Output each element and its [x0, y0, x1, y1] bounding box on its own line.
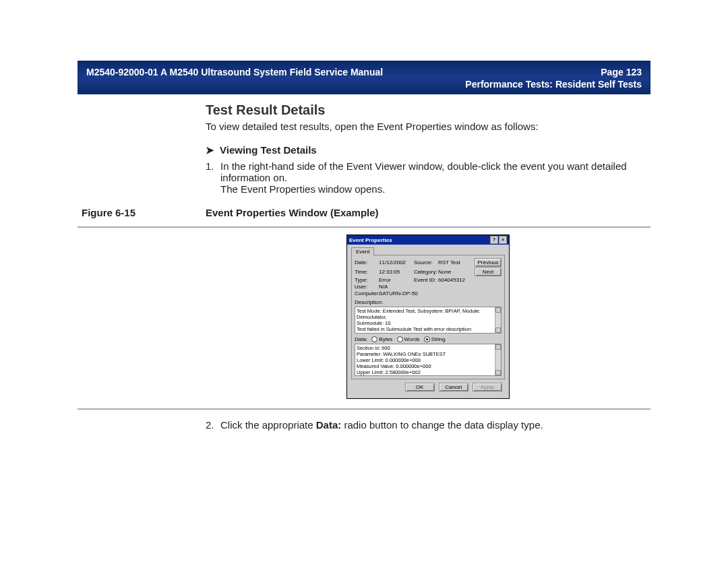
value-date: 11/12/2002: [379, 259, 413, 266]
step-2-text: Click the appropriate Data: radio button…: [220, 419, 650, 431]
window-titlebar: Event Properties ? ×: [347, 235, 509, 245]
apply-button[interactable]: Apply: [473, 383, 502, 392]
figure-label: Figure 6-15: [82, 207, 206, 218]
value-category: None: [438, 269, 473, 275]
value-computer: SATURN-DP-50: [379, 290, 473, 296]
radio-words[interactable]: [397, 336, 403, 342]
label-category: Category:: [414, 269, 437, 275]
value-eventid: 604045312: [438, 277, 473, 283]
value-user: N/A: [379, 284, 413, 290]
page-number: Page 123: [601, 67, 642, 77]
section-intro: To view detailed test results, open the …: [206, 121, 650, 132]
label-type: Type:: [355, 277, 377, 283]
step-1-text: In the right-hand side of the Event View…: [220, 160, 650, 183]
previous-button[interactable]: Previous: [475, 258, 502, 267]
label-time: Time:: [355, 269, 377, 275]
close-button[interactable]: ×: [499, 236, 507, 244]
next-button[interactable]: Next: [475, 268, 502, 276]
window-title: Event Properties: [349, 237, 392, 243]
radio-string[interactable]: [424, 336, 430, 342]
doc-id-title: M2540-92000-01 A M2540 Ultrasound System…: [86, 67, 383, 77]
data-textbox[interactable]: Section id: 900 Parameter: WALKING ONEs …: [355, 344, 502, 376]
arrow-icon: ➤: [206, 144, 214, 156]
breadcrumb: Performance Tests: Resident Self Tests: [86, 79, 642, 90]
step-1-result: The Event Properties window opens.: [220, 183, 650, 195]
label-user: User:: [355, 284, 377, 290]
event-properties-window: Event Properties ? × Event Date: 11/12/2…: [346, 235, 510, 399]
sub-heading: ➤Viewing Test Details: [206, 144, 650, 156]
section-title: Test Result Details: [206, 102, 650, 118]
tab-event[interactable]: Event: [351, 247, 374, 255]
value-source: RST Test: [438, 259, 473, 266]
step-1-number: 1.: [206, 160, 220, 183]
scrollbar[interactable]: [495, 344, 501, 375]
divider: [78, 408, 650, 410]
divider: [78, 226, 650, 228]
step-2-number: 2.: [206, 419, 220, 431]
ok-button[interactable]: OK: [405, 383, 435, 392]
label-description: Description:: [355, 299, 502, 305]
figure-title: Event Properties Window (Example): [206, 207, 379, 218]
label-eventid: Event ID:: [414, 277, 437, 283]
scrollbar[interactable]: [495, 307, 501, 333]
help-button[interactable]: ?: [490, 236, 498, 244]
doc-header: M2540-92000-01 A M2540 Ultrasound System…: [78, 61, 650, 94]
cancel-button[interactable]: Cancel: [439, 383, 468, 392]
label-date: Date:: [355, 259, 377, 266]
radio-bytes[interactable]: [371, 336, 377, 342]
value-type: Error: [379, 277, 413, 283]
data-radio-group: Data: Bytes Words String: [355, 336, 502, 342]
value-time: 12:33:05: [379, 269, 413, 275]
label-source: Source:: [414, 259, 437, 266]
description-textbox[interactable]: Test Mode: Extended Test, Subsystem: BP/…: [355, 307, 502, 334]
label-computer: Computer:: [355, 290, 377, 296]
